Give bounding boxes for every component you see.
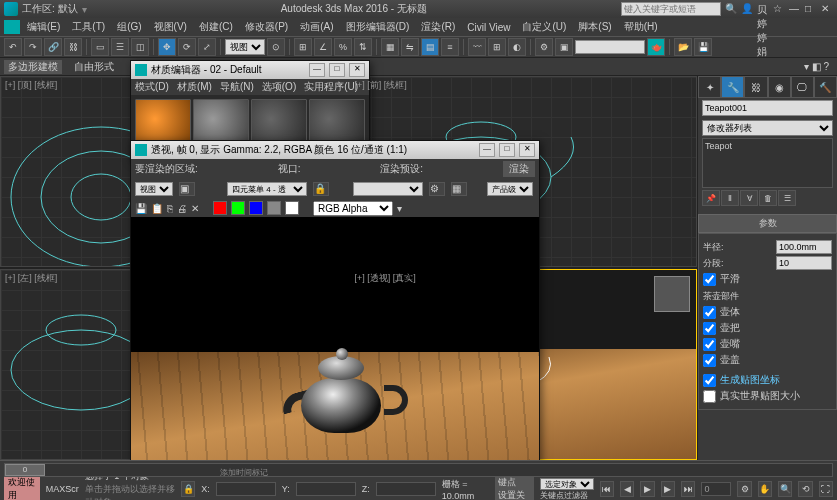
radius-spinner[interactable] <box>776 240 832 254</box>
select-name-button[interactable]: ☰ <box>111 38 129 56</box>
pivot-button[interactable]: ⊙ <box>267 38 285 56</box>
favorite-icon[interactable]: ☆ <box>773 3 785 15</box>
render-preset-dropdown[interactable] <box>353 182 423 196</box>
signin-icon[interactable]: 👤 <box>741 3 753 15</box>
angle-snap-button[interactable]: ∠ <box>314 38 332 56</box>
renderwin-minimize-icon[interactable]: — <box>479 143 495 157</box>
menu-help[interactable]: 帮助(H) <box>619 20 663 34</box>
render-button[interactable]: 渲染 <box>503 161 535 177</box>
lid-checkbox[interactable] <box>703 354 716 367</box>
menu-script[interactable]: 脚本(S) <box>573 20 616 34</box>
clear-icon[interactable]: ✕ <box>191 203 199 214</box>
time-slider[interactable]: 0 <box>5 464 45 476</box>
mateditor-minimize-icon[interactable]: — <box>309 63 325 77</box>
time-tag-button[interactable]: 添加时间标记 <box>220 467 268 478</box>
renderwin-titlebar[interactable]: 透视, 帧 0, 显示 Gamma: 2.2, RGBA 颜色 16 位/通道 … <box>131 141 539 159</box>
channel-config-icon[interactable]: ▾ <box>397 203 402 214</box>
lock-viewport-icon[interactable]: 🔒 <box>313 182 329 196</box>
mateditor-menu-material[interactable]: 材质(M) <box>177 80 212 94</box>
green-channel-toggle[interactable] <box>231 201 245 215</box>
modifier-stack[interactable]: Teapot <box>702 138 833 188</box>
render-button[interactable]: 🫖 <box>647 38 665 56</box>
material-editor-button[interactable]: ◐ <box>508 38 526 56</box>
current-frame-input[interactable] <box>701 482 731 496</box>
spout-checkbox[interactable] <box>703 338 716 351</box>
body-checkbox[interactable] <box>703 306 716 319</box>
blue-channel-toggle[interactable] <box>249 201 263 215</box>
percent-snap-button[interactable]: % <box>334 38 352 56</box>
play-icon[interactable]: ▶ <box>640 481 654 497</box>
time-config-icon[interactable]: ⚙ <box>737 481 751 497</box>
curve-editor-button[interactable]: 〰 <box>468 38 486 56</box>
app-menu-icon[interactable] <box>4 20 20 34</box>
show-end-icon[interactable]: Ⅱ <box>721 190 739 206</box>
help-search-input[interactable] <box>621 2 721 16</box>
render-frame-button[interactable]: ▣ <box>555 38 573 56</box>
maximize-viewport-icon[interactable]: ⛶ <box>819 481 833 497</box>
clone-image-icon[interactable]: ⎘ <box>167 203 173 214</box>
create-tab[interactable]: ✦ <box>698 76 721 98</box>
mateditor-menu-util[interactable]: 实用程序(U) <box>304 80 358 94</box>
render-setup-button[interactable]: ⚙ <box>535 38 553 56</box>
orbit-icon[interactable]: ⟲ <box>798 481 812 497</box>
utilities-tab[interactable]: 🔨 <box>814 76 837 98</box>
alpha-channel-toggle[interactable] <box>267 201 281 215</box>
configure-icon[interactable]: ☰ <box>778 190 796 206</box>
maximize-icon[interactable]: □ <box>805 3 817 15</box>
modify-tab[interactable]: 🔧 <box>721 76 744 98</box>
key-filters-button[interactable]: 关键点过滤器 <box>540 490 594 501</box>
mateditor-close-icon[interactable]: ✕ <box>349 63 365 77</box>
render-setup-icon[interactable]: ⚙ <box>429 182 445 196</box>
real-world-checkbox[interactable] <box>703 390 716 403</box>
motion-tab[interactable]: ◉ <box>768 76 791 98</box>
render-viewport-dropdown[interactable]: 四元菜单 4 - 透 <box>227 182 307 196</box>
workspace-selector[interactable]: 工作区: 默认 <box>22 2 78 16</box>
key-target-dropdown[interactable]: 选定对象 <box>540 478 594 490</box>
menu-modifiers[interactable]: 修改器(P) <box>240 20 293 34</box>
render-area-dropdown[interactable]: 视图 <box>135 182 173 196</box>
mono-channel-toggle[interactable] <box>285 201 299 215</box>
align-button[interactable]: ▤ <box>421 38 439 56</box>
render-preset-input[interactable] <box>575 40 645 54</box>
renderwin-close-icon[interactable]: ✕ <box>519 143 535 157</box>
mateditor-maximize-icon[interactable]: □ <box>329 63 345 77</box>
ribbon-polymod[interactable]: 多边形建模 <box>4 60 62 74</box>
snap-button[interactable]: ⊞ <box>294 38 312 56</box>
goto-start-icon[interactable]: ⏮ <box>600 481 614 497</box>
layers-button[interactable]: ≡ <box>441 38 459 56</box>
pan-view-icon[interactable]: ✋ <box>758 481 772 497</box>
render-product-dropdown[interactable]: 产品级 <box>487 182 533 196</box>
undo-button[interactable]: ↶ <box>4 38 22 56</box>
mateditor-menu-modes[interactable]: 模式(D) <box>135 80 169 94</box>
menu-custom[interactable]: 自定义(U) <box>517 20 571 34</box>
red-channel-toggle[interactable] <box>213 201 227 215</box>
search-icon[interactable]: 🔍 <box>725 3 737 15</box>
menu-group[interactable]: 组(G) <box>112 20 146 34</box>
copy-image-icon[interactable]: 📋 <box>151 203 163 214</box>
region-icon[interactable]: ▣ <box>179 182 195 196</box>
gen-mapping-checkbox[interactable] <box>703 374 716 387</box>
menu-tools[interactable]: 工具(T) <box>67 20 110 34</box>
scale-button[interactable]: ⤢ <box>198 38 216 56</box>
print-icon[interactable]: 🖨 <box>177 203 187 214</box>
next-frame-icon[interactable]: ▶ <box>661 481 675 497</box>
menu-views[interactable]: 视图(V) <box>149 20 192 34</box>
save-image-icon[interactable]: 💾 <box>135 203 147 214</box>
ribbon-freeform[interactable]: 自由形式 <box>70 60 118 74</box>
render-frame-window[interactable]: 透视, 帧 0, 显示 Gamma: 2.2, RGBA 颜色 16 位/通道 … <box>130 140 540 500</box>
modifier-list-dropdown[interactable]: 修改器列表 <box>702 120 833 136</box>
mateditor-menu-options[interactable]: 选项(O) <box>262 80 296 94</box>
mirror-button[interactable]: ⇋ <box>401 38 419 56</box>
smooth-checkbox[interactable] <box>703 273 716 286</box>
select-button[interactable]: ▭ <box>91 38 109 56</box>
menu-rendering[interactable]: 渲染(R) <box>416 20 460 34</box>
setkey-button[interactable]: 设置关键点 <box>495 489 534 500</box>
spinner-snap-button[interactable]: ⇅ <box>354 38 372 56</box>
redo-button[interactable]: ↷ <box>24 38 42 56</box>
mateditor-titlebar[interactable]: 材质编辑器 - 02 - Default — □ ✕ <box>131 61 369 79</box>
menu-edit[interactable]: 编辑(E) <box>22 20 65 34</box>
env-icon[interactable]: ▦ <box>451 182 467 196</box>
display-tab[interactable]: 🖵 <box>791 76 814 98</box>
channel-dropdown[interactable]: RGB Alpha <box>313 201 393 216</box>
open-button[interactable]: 📂 <box>674 38 692 56</box>
